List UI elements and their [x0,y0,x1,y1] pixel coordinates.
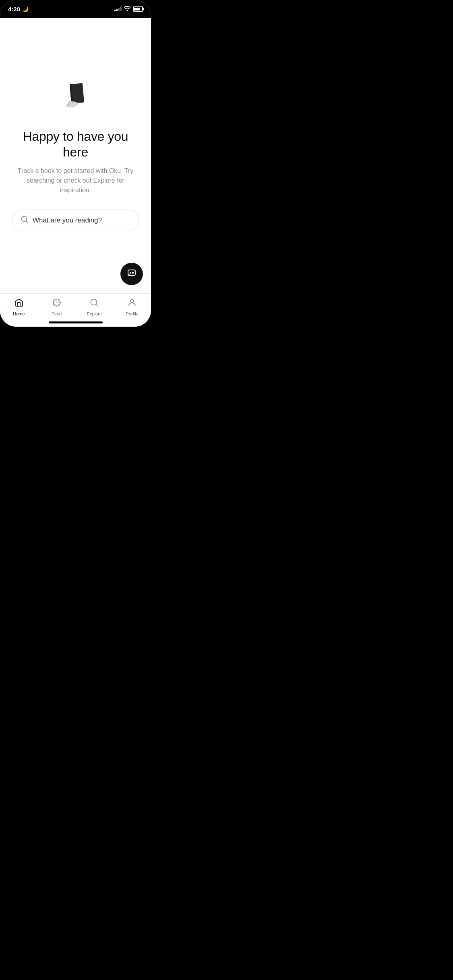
feed-icon [52,298,62,310]
main-content: Happy to have you here Track a book to g… [0,18,151,293]
svg-point-8 [56,302,57,303]
chat-icon [127,268,137,280]
time-display: 4:20 [8,6,20,12]
app-logo [58,80,94,117]
phone-screen: 4:20 🌙 [0,0,151,327]
explore-icon [89,298,99,310]
svg-rect-5 [130,272,131,274]
svg-point-10 [130,299,134,303]
svg-point-9 [91,299,97,305]
search-placeholder: What are you reading? [33,216,102,224]
status-time: 4:20 🌙 [8,6,29,12]
svg-rect-6 [132,272,134,274]
status-indicators [114,6,143,12]
profile-icon [127,298,137,310]
tab-home[interactable]: Home [5,298,33,316]
tab-profile[interactable]: Profile [118,298,146,316]
search-icon [21,215,29,225]
moon-icon: 🌙 [22,6,29,12]
feed-tab-label: Feed [52,311,62,316]
wifi-icon [124,6,130,12]
search-bar[interactable]: What are you reading? [12,210,139,231]
signal-icon [114,6,122,11]
status-bar: 4:20 🌙 [0,0,151,18]
home-indicator [49,321,103,323]
explore-tab-label: Explore [87,311,102,316]
welcome-title: Happy to have you here [12,129,139,160]
battery-icon [133,6,143,12]
chat-fab-button[interactable] [120,263,143,285]
welcome-subtitle: Track a book to get started with Oku. Tr… [15,166,136,195]
tab-explore[interactable]: Explore [80,298,108,316]
home-tab-label: Home [13,311,25,316]
tab-feed[interactable]: Feed [43,298,71,316]
profile-tab-label: Profile [126,311,139,316]
home-icon [14,298,24,310]
